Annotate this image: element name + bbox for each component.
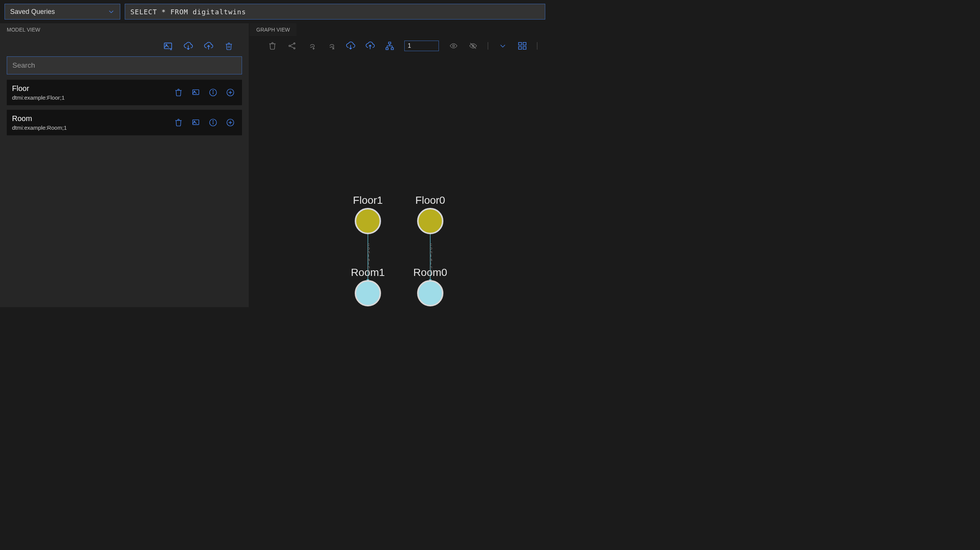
image-icon (191, 88, 200, 97)
graph-node[interactable] (355, 209, 380, 233)
tab-model-view[interactable]: MODEL VIEW (0, 23, 47, 36)
import-graph-button[interactable] (346, 41, 355, 51)
graph-node-label: Floor1 (353, 194, 383, 206)
svg-rect-6 (193, 90, 199, 95)
model-id: dtmi:example:Floor;1 (12, 94, 65, 101)
delete-model-button[interactable] (173, 88, 183, 97)
svg-point-24 (294, 48, 295, 49)
image-icon (191, 118, 200, 127)
svg-rect-0 (164, 43, 172, 48)
svg-point-22 (289, 45, 291, 46)
create-twin-button[interactable] (226, 118, 235, 128)
upload-model-image-button[interactable] (191, 88, 200, 97)
svg-point-23 (294, 43, 295, 45)
graph-node-label: Floor0 (415, 194, 445, 206)
hide-selected-button[interactable] (468, 41, 478, 51)
toolbar-divider (488, 42, 488, 49)
export-graph-button[interactable] (365, 41, 375, 51)
cloud-download-icon (346, 41, 355, 51)
saved-queries-dropdown[interactable]: Saved Queries (5, 4, 120, 19)
cloud-upload-icon (365, 41, 375, 51)
trash-icon (174, 88, 183, 97)
model-item[interactable]: Floor dtmi:example:Floor;1 (7, 80, 242, 105)
download-models-button[interactable] (183, 41, 193, 51)
add-relationship-button[interactable] (307, 41, 317, 51)
plus-circle-icon (226, 118, 234, 127)
model-item[interactable]: Room dtmi:example:Room;1 (7, 110, 242, 136)
image-upload-icon (163, 41, 173, 51)
eye-icon (449, 42, 458, 49)
upload-model-image-button[interactable] (191, 118, 200, 128)
svg-line-25 (290, 44, 293, 46)
graph-view-panel: Floor1Floor0Room1Room0containscontains (250, 36, 550, 307)
cloud-upload-icon (204, 41, 213, 51)
plus-circle-icon (226, 88, 234, 97)
layout-icon (517, 41, 527, 50)
expand-tree-button[interactable] (385, 41, 395, 51)
svg-rect-14 (193, 120, 199, 125)
info-icon (209, 118, 217, 127)
toolbar-divider (537, 42, 537, 49)
svg-rect-34 (386, 48, 388, 49)
delete-twin-button[interactable] (267, 41, 277, 51)
chevron-down-icon (108, 8, 115, 15)
link-plus-icon (307, 42, 317, 50)
get-relationships-button[interactable] (287, 41, 297, 51)
trash-icon (268, 41, 277, 50)
info-icon (209, 88, 217, 97)
layout-dropdown-button[interactable] (498, 41, 508, 51)
delete-all-models-button[interactable] (224, 41, 234, 51)
model-view-panel: Floor dtmi:example:Floor;1 (0, 36, 249, 307)
svg-rect-33 (388, 42, 391, 44)
svg-rect-46 (523, 46, 526, 49)
graph-node[interactable] (355, 281, 380, 306)
share-icon (287, 42, 297, 50)
tree-icon (385, 41, 394, 50)
tab-graph-view[interactable]: GRAPH VIEW (250, 23, 296, 36)
graph-node[interactable] (418, 209, 443, 233)
trash-icon (174, 118, 183, 127)
trash-icon (225, 42, 233, 51)
link-x-icon (326, 42, 336, 50)
svg-line-26 (290, 46, 293, 48)
relationship-label: contains (429, 242, 433, 272)
eye-off-icon (468, 42, 478, 49)
delete-model-button[interactable] (173, 118, 183, 128)
layout-button[interactable] (517, 41, 527, 51)
show-all-button[interactable] (449, 41, 458, 51)
svg-rect-44 (523, 43, 526, 45)
svg-point-40 (453, 45, 455, 47)
chevron-down-icon (499, 42, 506, 49)
view-model-button[interactable] (208, 88, 218, 97)
model-name: Room (12, 114, 67, 123)
graph-node[interactable] (418, 281, 443, 306)
svg-rect-35 (391, 48, 393, 49)
upload-models-button[interactable] (204, 41, 213, 51)
svg-rect-45 (519, 46, 522, 49)
model-id: dtmi:example:Room;1 (12, 124, 67, 131)
svg-point-10 (213, 91, 213, 91)
create-twin-button[interactable] (226, 88, 235, 97)
svg-rect-43 (519, 43, 522, 45)
expansion-level-input[interactable] (404, 41, 439, 51)
search-input[interactable] (7, 56, 242, 75)
upload-model-image-button[interactable] (163, 41, 173, 51)
relationship-label: contains (366, 242, 371, 272)
view-model-button[interactable] (208, 118, 218, 128)
delete-relationship-button[interactable] (326, 41, 336, 51)
cloud-download-icon (183, 41, 193, 51)
graph-canvas[interactable]: Floor1Floor0Room1Room0containscontains (250, 56, 550, 307)
model-name: Floor (12, 84, 65, 93)
svg-point-18 (213, 121, 213, 121)
saved-queries-label: Saved Queries (10, 8, 55, 16)
query-input[interactable] (125, 4, 545, 19)
